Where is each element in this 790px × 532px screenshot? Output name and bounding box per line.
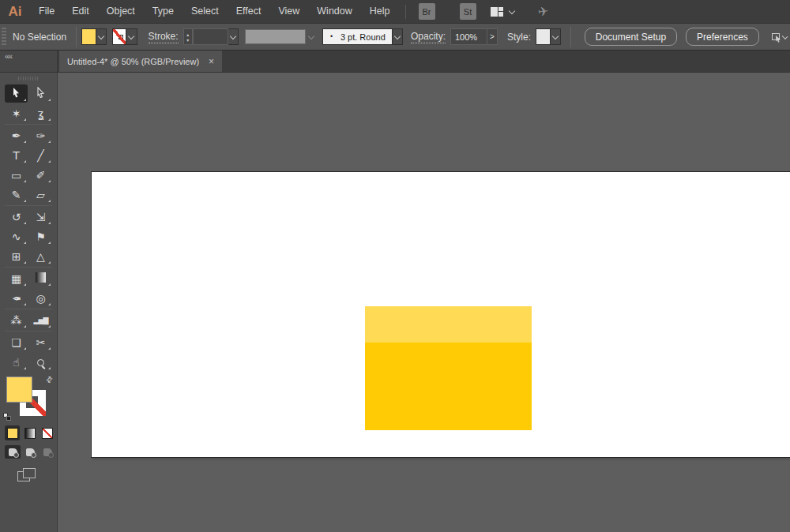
magic-wand-tool[interactable]: ✶ — [5, 104, 28, 122]
stroke-width-dropdown[interactable] — [228, 28, 239, 45]
yellow-rectangle-object[interactable] — [365, 306, 532, 430]
menu-edit[interactable]: Edit — [63, 0, 98, 23]
menu-object[interactable]: Object — [98, 0, 144, 23]
color-button[interactable] — [5, 425, 20, 440]
flyout-indicator-icon — [48, 242, 51, 244]
opacity-label[interactable]: Opacity: — [411, 31, 446, 43]
slice-tool[interactable]: ✂ — [29, 333, 52, 351]
draw-behind-button[interactable] — [22, 445, 38, 459]
rectangle-tool[interactable]: ▭ — [5, 166, 28, 184]
shape-builder-tool[interactable]: ⊞ — [5, 247, 28, 265]
gradient-button[interactable] — [22, 425, 37, 440]
gpu-performance-icon[interactable]: ✈ — [536, 3, 549, 20]
symbol-sprayer-tool[interactable]: ⁂ — [5, 311, 28, 329]
none-slash-icon — [43, 429, 52, 438]
menu-effect[interactable]: Effect — [228, 0, 270, 23]
menu-items: FileEditObjectTypeSelectEffectViewWindow… — [30, 0, 399, 23]
artboard-tool[interactable]: ❏ — [5, 333, 28, 351]
tools-panel-grip[interactable] — [0, 73, 57, 84]
tab-close-icon[interactable]: × — [209, 56, 214, 67]
blend-tool[interactable]: ◎ — [29, 289, 52, 307]
stroke-color-dropdown[interactable] — [126, 28, 137, 45]
line-segment-tool-icon: ╱ — [37, 149, 43, 162]
document-tab[interactable]: Untitled-4* @ 50% (RGB/Preview) × — [59, 51, 222, 72]
shaper-tool[interactable]: ✎ — [5, 185, 28, 204]
direct-selection-tool[interactable] — [29, 84, 52, 103]
eraser-tool[interactable]: ▱ — [29, 185, 52, 204]
stroke-width-stepper[interactable]: ▴▾ — [183, 28, 193, 45]
flyout-indicator-icon — [24, 242, 26, 244]
stroke-color-swatch[interactable] — [112, 28, 127, 45]
preferences-button[interactable]: Preferences — [686, 28, 759, 46]
opacity-field[interactable]: 100% — [450, 28, 487, 45]
slice-tool-icon: ✂ — [36, 336, 46, 349]
tool-row — [0, 84, 57, 103]
graphic-style-dropdown[interactable] — [551, 28, 561, 45]
rectangle-top-band[interactable] — [365, 306, 532, 343]
default-fill-stroke-icon[interactable] — [3, 413, 11, 421]
document-setup-button[interactable]: Document Setup — [585, 28, 677, 46]
graphic-style-swatch[interactable] — [536, 28, 551, 45]
arrange-documents-chevron-icon[interactable] — [508, 7, 514, 13]
selection-tool-icon — [11, 87, 21, 101]
flyout-indicator-icon — [48, 180, 51, 182]
selection-tool[interactable] — [5, 84, 28, 103]
width-tool[interactable]: ∿ — [5, 227, 28, 245]
puppet-warp-tool[interactable]: ⚑ — [29, 227, 52, 245]
control-bar-grip[interactable] — [2, 28, 6, 47]
flyout-indicator-icon — [48, 347, 51, 350]
variable-width-profile-dropdown[interactable] — [245, 29, 306, 44]
eyedropper-tool[interactable]: ✒ — [5, 289, 28, 307]
pen-tool[interactable]: ✒ — [5, 126, 28, 144]
change-screen-mode-button[interactable] — [17, 468, 38, 484]
brush-definition-chevron-icon[interactable] — [393, 28, 403, 45]
perspective-grid-tool[interactable]: △ — [29, 247, 52, 265]
menu-select[interactable]: Select — [182, 0, 228, 23]
rotate-tool[interactable]: ↺ — [5, 208, 28, 226]
rectangle-bottom-band[interactable] — [365, 343, 532, 430]
opacity-expand-button[interactable]: > — [487, 28, 498, 45]
fill-color-swatch[interactable] — [81, 28, 96, 45]
menu-view[interactable]: View — [269, 0, 308, 23]
arrange-documents-icon[interactable] — [491, 7, 503, 17]
fill-color-dropdown[interactable] — [96, 28, 107, 45]
lasso-tool[interactable]: ʓ — [29, 104, 52, 122]
tool-row: ☝ — [0, 352, 57, 372]
draw-behind-icon — [26, 448, 35, 456]
divider — [570, 27, 571, 47]
menu-window[interactable]: Window — [308, 0, 360, 23]
stroke-width-field[interactable] — [193, 28, 228, 45]
swap-fill-stroke-icon[interactable]: ⇄ — [43, 374, 55, 385]
artboard[interactable] — [91, 171, 790, 458]
type-tool-icon: T — [13, 149, 20, 162]
menu-file[interactable]: File — [30, 0, 63, 23]
brush-definition-dropdown[interactable]: • 3 pt. Round — [322, 28, 393, 45]
mesh-tool[interactable]: ▦ — [5, 269, 28, 287]
draw-normal-button[interactable] — [5, 445, 21, 459]
none-button[interactable] — [40, 425, 55, 440]
toolbar-collapse-button[interactable]: «« — [0, 51, 58, 72]
paintbrush-tool[interactable]: ✐ — [29, 166, 52, 184]
menu-type[interactable]: Type — [144, 0, 182, 23]
stroke-label[interactable]: Stroke: — [149, 31, 179, 43]
tool-row: ❏✂ — [0, 332, 57, 352]
select-similar-dropdown[interactable] — [781, 32, 788, 39]
fill-proxy-swatch[interactable] — [6, 377, 32, 403]
document-tab-bar: «« Untitled-4* @ 50% (RGB/Preview) × — [0, 51, 790, 73]
document-tab-title: Untitled-4* @ 50% (RGB/Preview) — [67, 57, 199, 66]
stock-button[interactable]: St — [460, 3, 476, 20]
line-segment-tool[interactable]: ╱ — [29, 146, 52, 164]
column-graph-tool[interactable]: ▂▅▇ — [29, 311, 52, 329]
canvas-area[interactable] — [58, 73, 790, 532]
menu-help[interactable]: Help — [361, 0, 399, 23]
scale-tool[interactable]: ⇲ — [29, 208, 52, 226]
type-tool[interactable]: T — [5, 146, 28, 164]
flyout-indicator-icon — [48, 160, 51, 163]
gradient-tool[interactable] — [29, 269, 52, 287]
zoom-tool[interactable] — [29, 353, 52, 371]
select-similar-icon[interactable] — [772, 33, 780, 40]
bridge-button[interactable]: Br — [419, 3, 435, 20]
hand-tool[interactable]: ☝ — [5, 353, 28, 371]
curvature-tool[interactable]: ✑ — [29, 126, 52, 144]
tool-group-divider — [5, 267, 52, 268]
